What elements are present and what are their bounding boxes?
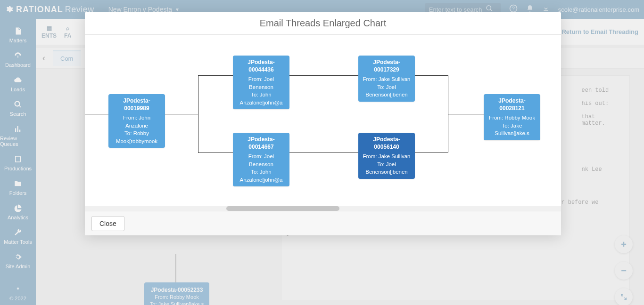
connector-line (289, 152, 358, 153)
thread-node[interactable]: JPodesta-00019989 From: John Anzalone To… (108, 94, 165, 148)
enlarged-chart-modal: Email Threads Enlarged Chart JPodesta-00… (85, 12, 561, 235)
thread-node[interactable]: JPodesta-00028121 From: Robby Mook To: J… (484, 94, 540, 140)
thread-node-selected[interactable]: JPodesta-00056140 From: Jake Sullivan To… (358, 133, 415, 179)
connector-line (85, 114, 108, 114)
node-detail: From: Robby Mook To: Jake Sullivan[jake.… (489, 115, 535, 136)
horizontal-scrollbar[interactable] (85, 206, 561, 211)
connector-line (198, 75, 233, 76)
node-id: JPodesta-00044436 (236, 58, 287, 73)
close-button[interactable]: Close (91, 216, 124, 231)
thread-node[interactable]: JPodesta-00014667 From: Joel Benenson To… (233, 133, 289, 186)
modal-title: Email Threads Enlarged Chart (85, 12, 561, 35)
node-detail: From: Joel Benenson To: John Anzalone[jo… (240, 153, 283, 183)
connector-line (198, 152, 233, 153)
scrollbar-thumb[interactable] (226, 206, 339, 211)
connector-line (165, 114, 198, 114)
connector-line (415, 152, 448, 153)
node-id: JPodesta-00017329 (361, 58, 412, 73)
connector-line (198, 75, 198, 152)
node-detail: From: Jake Sullivan To: Joel Benenson[jb… (363, 153, 411, 175)
node-detail: From: Joel Benenson To: John Anzalone[jo… (240, 76, 283, 105)
node-detail: From: John Anzalone To: Robby Mook[robby… (116, 115, 157, 144)
node-detail: From: Jake Sullivan To: Joel Benenson[jb… (363, 76, 411, 97)
node-id: JPodesta-00056140 (361, 136, 412, 151)
node-id: JPodesta-00014667 (236, 136, 287, 151)
node-id: JPodesta-00028121 (487, 97, 537, 112)
connector-line (448, 114, 484, 114)
connector-line (289, 75, 358, 76)
modal-body: JPodesta-00019989 From: John Anzalone To… (85, 35, 561, 211)
connector-line (415, 75, 448, 76)
modal-footer: Close (85, 211, 561, 235)
thread-node[interactable]: JPodesta-00044436 From: Joel Benenson To… (233, 56, 289, 109)
thread-node[interactable]: JPodesta-00017329 From: Jake Sullivan To… (358, 56, 415, 102)
node-id: JPodesta-00019989 (111, 97, 162, 112)
